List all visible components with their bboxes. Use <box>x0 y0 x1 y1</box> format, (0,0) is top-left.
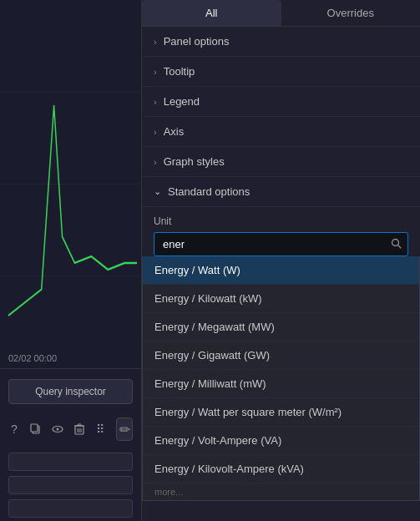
more-indicator: more... <box>143 483 419 500</box>
dropdown-item-energy-watt[interactable]: Energy / Watt (W) <box>143 256 419 285</box>
legend-chevron: › <box>154 97 157 107</box>
panel-options-label: Panel options <box>164 35 230 48</box>
tooltip-chevron: › <box>154 67 157 77</box>
svg-point-7 <box>56 428 58 431</box>
dropdown-item-energy-volt-ampere[interactable]: Energy / Volt-Ampere (VA) <box>143 427 419 455</box>
chart-date-label: 02/02 00:00 <box>8 353 57 363</box>
graph-styles-row[interactable]: › Graph styles <box>142 147 420 177</box>
standard-options-row[interactable]: ⌄ Standard options <box>142 177 420 207</box>
mini-input-3[interactable] <box>8 499 133 518</box>
graph-styles-label: Graph styles <box>164 155 225 168</box>
legend-row[interactable]: › Legend <box>142 87 420 117</box>
edit-button[interactable]: ✏ <box>116 417 133 441</box>
mini-input-1[interactable] <box>8 453 133 471</box>
panel-options-chevron: › <box>154 37 157 47</box>
tab-all[interactable]: All <box>142 0 281 26</box>
tab-overrides[interactable]: Overrides <box>281 0 421 26</box>
tooltip-label: Tooltip <box>164 65 195 78</box>
axis-chevron: › <box>154 127 157 137</box>
tabs-row: All Overrides <box>142 0 420 27</box>
chart-area: 02/02 00:00 <box>0 0 141 369</box>
dropdown-item-energy-gigawatt[interactable]: Energy / Gigawatt (GW) <box>143 341 419 370</box>
help-icon[interactable]: ? <box>8 421 20 438</box>
standard-options-chevron: ⌄ <box>154 186 161 197</box>
trash-icon[interactable] <box>73 421 85 438</box>
svg-rect-5 <box>31 424 38 432</box>
options-list: › Panel options › Tooltip › Legend › Axi… <box>142 27 420 207</box>
query-inspector-button[interactable]: Query inspector <box>8 379 133 404</box>
legend-label: Legend <box>164 95 200 108</box>
left-panel: 02/02 00:00 Query inspector ? <box>0 0 142 521</box>
axis-row[interactable]: › Axis <box>142 117 420 147</box>
dropdown-item-energy-kilovolt-ampere[interactable]: Energy / Kilovolt-Ampere (kVA) <box>143 455 419 483</box>
graph-styles-chevron: › <box>154 157 157 167</box>
tooltip-row[interactable]: › Tooltip <box>142 57 420 87</box>
text-input-block <box>0 449 141 521</box>
icon-row: ? ⠿ ✏ <box>0 414 141 449</box>
standard-options-content: Unit <box>142 207 420 256</box>
dropdown-item-energy-milliwatt[interactable]: Energy / Milliwatt (mW) <box>143 370 419 398</box>
search-icon <box>391 238 402 251</box>
axis-label: Axis <box>164 125 185 138</box>
unit-label: Unit <box>154 215 408 227</box>
dropdown-item-energy-megawatt[interactable]: Energy / Megawatt (MW) <box>143 313 419 341</box>
standard-options-label: Standard options <box>168 185 250 198</box>
dropdown-list: Energy / Watt (W) Energy / Kilowatt (kW)… <box>142 256 420 501</box>
dropdown-item-energy-kilowatt[interactable]: Energy / Kilowatt (kW) <box>143 285 419 313</box>
svg-line-15 <box>398 245 402 248</box>
dropdown-item-energy-watt-sqm[interactable]: Energy / Watt per square meter (W/m²) <box>143 398 419 427</box>
panel-options-row[interactable]: › Panel options <box>142 27 420 57</box>
unit-input-wrap <box>154 232 408 256</box>
eye-icon[interactable] <box>52 421 63 438</box>
svg-rect-10 <box>78 424 81 426</box>
drag-icon[interactable]: ⠿ <box>94 421 106 438</box>
mini-input-2[interactable] <box>8 476 133 494</box>
copy-icon[interactable] <box>30 421 42 438</box>
unit-search-input[interactable] <box>154 232 408 256</box>
right-panel: All Overrides › Panel options › Tooltip … <box>142 0 420 521</box>
